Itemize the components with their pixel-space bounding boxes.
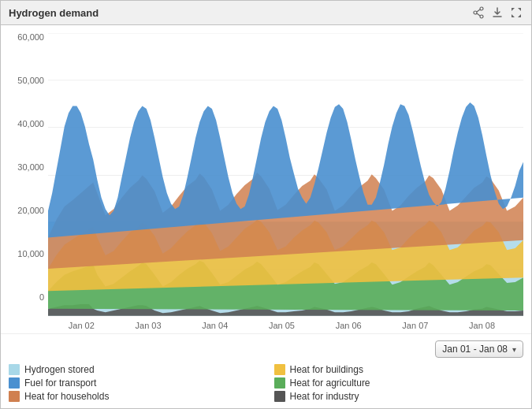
svg-point-2: [474, 11, 477, 14]
x-axis: Jan 02 Jan 03 Jan 04 Jan 05 Jan 06 Jan 0…: [9, 318, 523, 333]
legend-item-hydrogen-stored: Hydrogen stored: [9, 364, 259, 375]
chevron-down-icon: ▾: [512, 345, 516, 354]
x-label-jan07: Jan 07: [402, 321, 428, 330]
legend-item-heat-buildings: Heat for buildings: [274, 364, 524, 375]
chart-area: 60,000 50,000 40,000 30,000 20,000 10,00…: [1, 25, 531, 333]
download-icon[interactable]: [490, 6, 504, 20]
svg-line-4: [477, 13, 480, 16]
legend-item-heat-industry: Heat for industry: [274, 391, 524, 402]
y-label-20000: 20,000: [17, 206, 44, 215]
titlebar-icons: [471, 6, 523, 20]
share-icon[interactable]: [471, 6, 485, 20]
legend-item-heat-agriculture: Heat for agriculture: [274, 377, 524, 389]
window-title: Hydrogen demand: [9, 7, 99, 19]
legend-label-fuel-transport: Fuel for transport: [24, 377, 96, 389]
legend-label-heat-agriculture: Heat for agriculture: [290, 377, 370, 389]
y-label-30000: 30,000: [17, 163, 44, 172]
legend-swatch-heat-households: [9, 391, 20, 402]
titlebar: Hydrogen demand: [1, 1, 531, 25]
legend-item-heat-households: Heat for households: [9, 391, 259, 402]
y-label-60000: 60,000: [17, 33, 44, 42]
x-label-jan08: Jan 08: [469, 321, 495, 330]
legend-label-heat-buildings: Heat for buildings: [290, 364, 363, 375]
date-selector-row: Jan 01 - Jan 08 ▾: [9, 340, 523, 358]
date-selector[interactable]: Jan 01 - Jan 08 ▾: [435, 340, 523, 358]
legend-swatch-heat-buildings: [274, 364, 285, 375]
window: Hydrogen demand: [0, 0, 532, 409]
x-label-jan03: Jan 03: [136, 321, 162, 330]
x-label-jan02: Jan 02: [69, 321, 95, 330]
legend-swatch-heat-agriculture: [274, 377, 285, 389]
x-label-jan04: Jan 04: [202, 321, 228, 330]
legend-item-fuel-transport: Fuel for transport: [9, 377, 259, 389]
legend-swatch-fuel-transport: [9, 377, 20, 389]
chart-container: 60,000 50,000 40,000 30,000 20,000 10,00…: [9, 33, 523, 318]
legend-label-heat-industry: Heat for industry: [290, 391, 359, 402]
y-label-10000: 10,000: [17, 250, 44, 258]
chart-svg: [48, 33, 523, 318]
svg-line-3: [477, 9, 480, 12]
x-label-jan06: Jan 06: [336, 321, 362, 330]
footer: Jan 01 - Jan 08 ▾ Hydrogen stored Heat f…: [1, 333, 531, 408]
y-label-50000: 50,000: [17, 76, 44, 85]
svg-point-0: [480, 7, 483, 10]
expand-icon[interactable]: [509, 6, 523, 20]
y-axis: 60,000 50,000 40,000 30,000 20,000 10,00…: [9, 33, 48, 318]
legend: Hydrogen stored Heat for buildings Fuel …: [9, 364, 523, 402]
legend-swatch-hydrogen-stored: [9, 364, 20, 375]
y-label-40000: 40,000: [17, 120, 44, 128]
y-label-0: 0: [39, 293, 44, 302]
x-label-jan05: Jan 05: [269, 321, 295, 330]
legend-swatch-heat-industry: [274, 391, 285, 402]
chart-inner: [48, 33, 523, 318]
date-selector-value: Jan 01 - Jan 08: [442, 344, 508, 355]
svg-point-1: [480, 15, 483, 18]
legend-label-heat-households: Heat for households: [24, 391, 109, 402]
legend-label-hydrogen-stored: Hydrogen stored: [24, 364, 95, 375]
